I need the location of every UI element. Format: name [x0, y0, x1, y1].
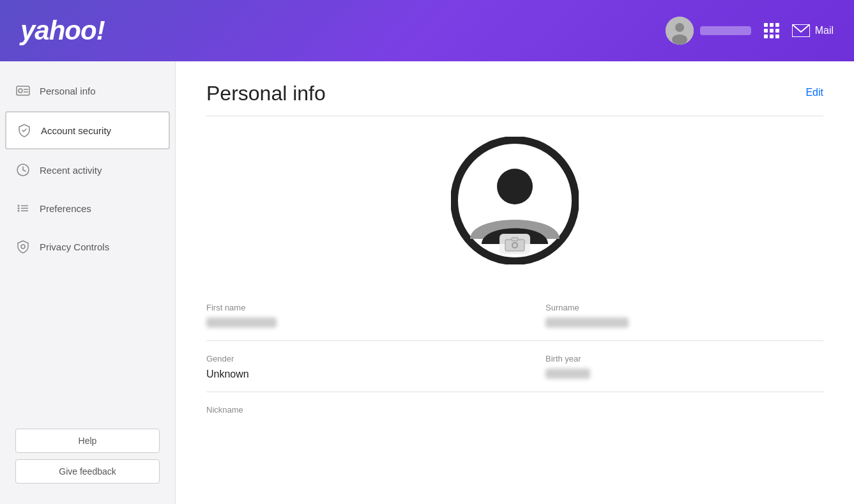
mail-link[interactable]: Mail	[792, 24, 834, 37]
list-icon	[15, 201, 31, 216]
avatar	[666, 17, 694, 45]
gender-value: Unknown	[206, 369, 505, 380]
sidebar-account-security-label: Account security	[41, 125, 111, 136]
svg-point-13	[18, 210, 20, 212]
profile-avatar-container[interactable]	[451, 137, 579, 264]
header: yahoo! Mail	[0, 0, 854, 61]
username-label	[700, 26, 751, 35]
first-name-value	[206, 317, 505, 330]
field-surname: Surname	[515, 290, 823, 341]
sidebar-item-preferences[interactable]: Preferences	[0, 189, 175, 227]
birth-year-value	[545, 369, 813, 381]
sidebar-item-personal-info[interactable]: Personal info	[0, 72, 175, 110]
svg-rect-21	[512, 238, 518, 241]
field-first-name: First name	[206, 290, 515, 341]
avatar-section	[206, 116, 823, 290]
shield-icon	[17, 123, 32, 138]
svg-point-17	[497, 169, 533, 204]
yahoo-logo: yahoo!	[20, 15, 105, 46]
id-card-icon	[15, 83, 31, 98]
sidebar-item-privacy-controls[interactable]: Privacy Controls	[0, 227, 175, 266]
svg-point-9	[18, 205, 20, 207]
sidebar-privacy-controls-label: Privacy Controls	[40, 241, 109, 252]
first-name-label: First name	[206, 303, 505, 312]
svg-point-1	[675, 23, 684, 32]
sidebar: Personal info Account security	[0, 61, 176, 504]
info-grid: First name Surname Gender Unknown Birth …	[206, 290, 823, 430]
sidebar-personal-info-label: Personal info	[40, 86, 96, 96]
svg-point-15	[21, 245, 25, 248]
svg-point-5	[19, 89, 22, 93]
svg-point-2	[672, 34, 687, 45]
sidebar-nav: Personal info Account security	[0, 72, 175, 418]
content-area: Personal info Edit	[176, 61, 854, 504]
clock-icon	[15, 162, 31, 178]
main-layout: Personal info Account security	[0, 61, 854, 504]
header-right: Mail	[666, 17, 834, 45]
sidebar-item-account-security[interactable]: Account security	[5, 111, 170, 149]
mail-label: Mail	[815, 25, 834, 36]
svg-point-11	[18, 208, 20, 210]
field-nickname: Nickname	[206, 392, 515, 430]
camera-icon	[505, 236, 525, 252]
sidebar-bottom: Help Give feedback	[0, 418, 175, 494]
edit-button[interactable]: Edit	[805, 82, 823, 98]
gender-label: Gender	[206, 354, 505, 363]
svg-point-20	[513, 243, 517, 247]
camera-overlay[interactable]	[499, 234, 530, 254]
user-menu[interactable]	[666, 17, 751, 45]
content-header: Personal info Edit	[206, 82, 823, 116]
help-button[interactable]: Help	[15, 429, 160, 453]
apps-grid-icon[interactable]	[764, 23, 779, 38]
surname-value	[545, 317, 813, 330]
birth-year-label: Birth year	[545, 354, 813, 363]
field-gender: Gender Unknown	[206, 341, 515, 392]
field-birth-year: Birth year	[515, 341, 823, 392]
shield-check-icon	[15, 239, 31, 254]
surname-label: Surname	[545, 303, 813, 312]
give-feedback-button[interactable]: Give feedback	[15, 459, 160, 484]
sidebar-recent-activity-label: Recent activity	[40, 165, 102, 176]
page-title: Personal info	[206, 82, 326, 105]
sidebar-item-recent-activity[interactable]: Recent activity	[0, 151, 175, 189]
sidebar-preferences-label: Preferences	[40, 203, 91, 214]
nickname-label: Nickname	[206, 405, 505, 415]
